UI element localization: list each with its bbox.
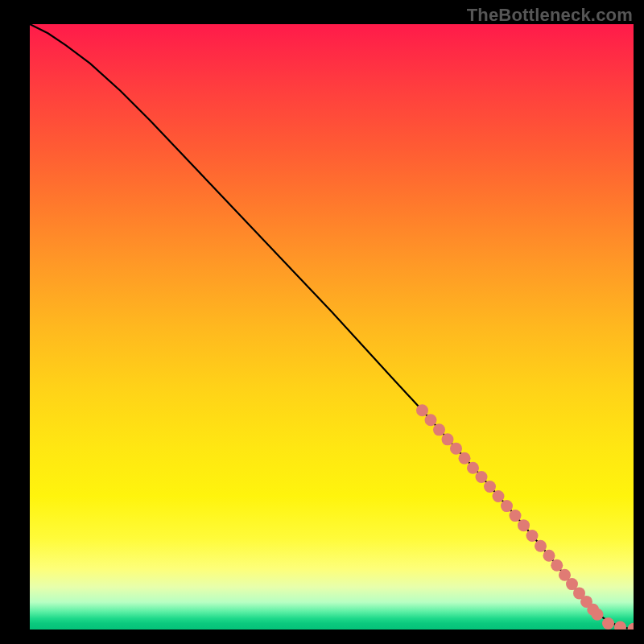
curve-dot [566, 578, 578, 590]
watermark-text: TheBottleneck.com [467, 5, 633, 26]
curve-dot [467, 462, 479, 474]
chart-svg [30, 24, 634, 630]
curve-dot [459, 452, 471, 464]
curve-dot [450, 443, 462, 455]
curve-dot [535, 540, 547, 552]
curve-dot [476, 471, 488, 483]
curve-dot [425, 414, 437, 426]
curve-dot [501, 500, 513, 512]
curve-dot [559, 569, 571, 581]
curve-dot [551, 559, 563, 572]
curve-dot [526, 530, 539, 542]
curve-dot [587, 604, 599, 616]
curve-dot [442, 433, 454, 445]
curve-dot [493, 490, 505, 502]
curve-dot [573, 587, 585, 599]
plot-area [30, 24, 634, 630]
curve-dot [580, 596, 592, 608]
dotted-overlay [416, 404, 634, 630]
curve-dot [518, 519, 530, 531]
curve-dot [416, 404, 428, 416]
chart-stage: TheBottleneck.com [0, 0, 644, 644]
curve-dot [602, 617, 614, 630]
curve-dot [484, 481, 496, 493]
curve-dot [614, 621, 626, 630]
curve-dot [510, 510, 522, 522]
curve-dot [628, 623, 634, 630]
curve-dot [543, 550, 555, 562]
curve-dot [592, 609, 604, 621]
curve-dot [433, 423, 445, 436]
curve-path [30, 24, 634, 629]
